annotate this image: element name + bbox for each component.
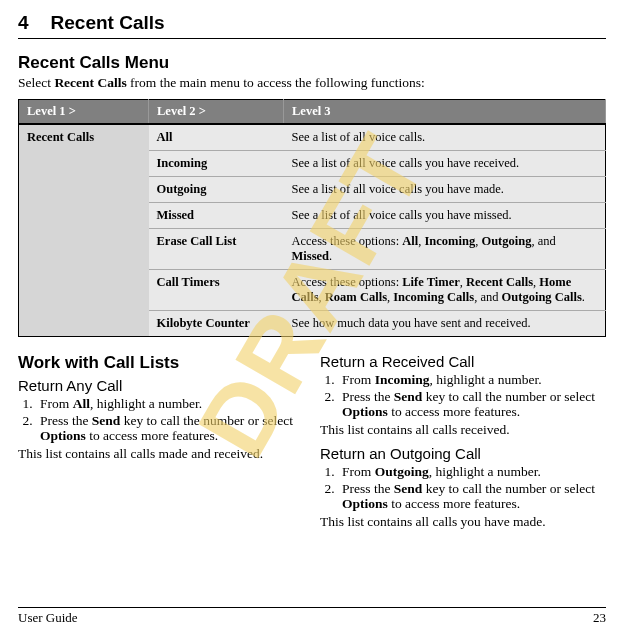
cell-desc: Access these options: Life Timer, Recent… xyxy=(284,270,606,311)
table-row: Recent Calls All See a list of all voice… xyxy=(19,124,606,151)
cell-group: Recent Calls xyxy=(19,124,149,337)
topic-note: This list contains all calls received. xyxy=(320,422,606,438)
chapter-heading: 4Recent Calls xyxy=(18,12,606,34)
cell-desc: Access these options: All, Incoming, Out… xyxy=(284,229,606,270)
footer-left: User Guide xyxy=(18,610,78,626)
cell-desc: See a list of all voice calls you have r… xyxy=(284,151,606,177)
section-heading: Recent Calls Menu xyxy=(18,53,606,73)
th-level1: Level 1 > xyxy=(19,100,149,125)
chapter-number: 4 xyxy=(18,12,29,34)
intro-bold: Recent Calls xyxy=(54,75,126,90)
cell-lvl2: Outgoing xyxy=(149,177,284,203)
cell-desc: See a list of all voice calls. xyxy=(284,124,606,151)
page-footer: User Guide 23 xyxy=(18,607,606,626)
two-column-body: Work with Call Lists Return Any Call Fro… xyxy=(18,353,606,529)
cell-lvl2: All xyxy=(149,124,284,151)
rule-top xyxy=(18,38,606,39)
left-column: Work with Call Lists Return Any Call Fro… xyxy=(18,353,304,529)
footer-rule xyxy=(18,607,606,608)
th-level3: Level 3 xyxy=(284,100,606,125)
right-column: Return a Received Call From Incoming, hi… xyxy=(320,353,606,529)
step-list: From All, highlight a number. Press the … xyxy=(18,396,304,444)
intro-post: from the main menu to access the followi… xyxy=(127,75,425,90)
step-list: From Incoming, highlight a number. Press… xyxy=(320,372,606,420)
cell-desc: See how much data you have sent and rece… xyxy=(284,311,606,337)
step-item: Press the Send key to call the number or… xyxy=(338,481,606,512)
step-item: From All, highlight a number. xyxy=(36,396,304,412)
cell-lvl2: Kilobyte Counter xyxy=(149,311,284,337)
topic-heading: Return a Received Call xyxy=(320,353,606,370)
cell-lvl2: Incoming xyxy=(149,151,284,177)
step-list: From Outgoing, highlight a number. Press… xyxy=(320,464,606,512)
th-level2: Level 2 > xyxy=(149,100,284,125)
topic-note: This list contains all calls you have ma… xyxy=(320,514,606,530)
chapter-title-text: Recent Calls xyxy=(51,12,165,33)
topic-note: This list contains all calls made and re… xyxy=(18,446,304,462)
footer-page-number: 23 xyxy=(593,610,606,626)
subsection-heading: Work with Call Lists xyxy=(18,353,304,373)
cell-desc: See a list of all voice calls you have m… xyxy=(284,177,606,203)
topic-heading: Return an Outgoing Call xyxy=(320,445,606,462)
cell-lvl2: Call Timers xyxy=(149,270,284,311)
intro-pre: Select xyxy=(18,75,54,90)
topic-heading: Return Any Call xyxy=(18,377,304,394)
section-intro: Select Recent Calls from the main menu t… xyxy=(18,75,606,91)
cell-lvl2: Missed xyxy=(149,203,284,229)
step-item: From Incoming, highlight a number. xyxy=(338,372,606,388)
step-item: Press the Send key to call the number or… xyxy=(338,389,606,420)
cell-lvl2: Erase Call List xyxy=(149,229,284,270)
cell-desc: See a list of all voice calls you have m… xyxy=(284,203,606,229)
step-item: From Outgoing, highlight a number. xyxy=(338,464,606,480)
step-item: Press the Send key to call the number or… xyxy=(36,413,304,444)
menu-table: Level 1 > Level 2 > Level 3 Recent Calls… xyxy=(18,99,606,337)
